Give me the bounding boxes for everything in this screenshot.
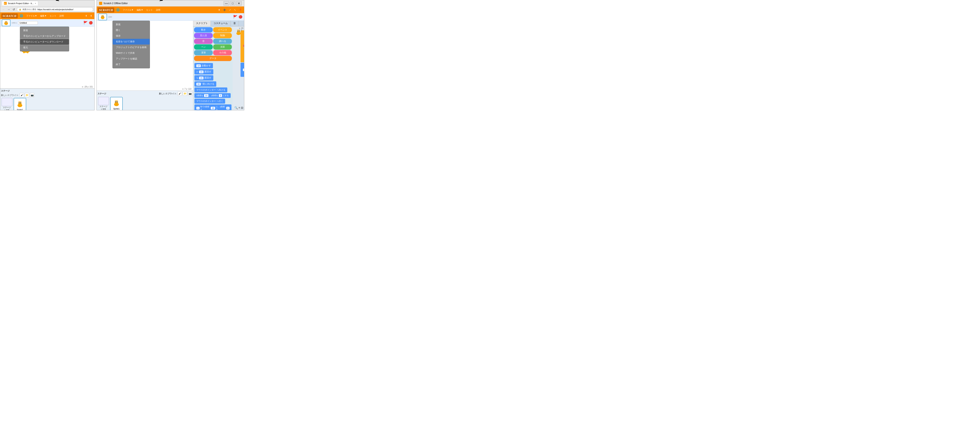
secure-label: 保護された通信 [22, 8, 36, 11]
expand-btn-offline[interactable]: ⤢ [228, 8, 232, 12]
script-motion-block[interactable]: 10 歩動かす [240, 63, 244, 77]
green-flag-icon-small: 🚩 [243, 45, 244, 48]
offline-menu-record[interactable]: プロジェクトのビデオを録画 [113, 44, 150, 50]
cat-events-btn[interactable]: イベント [213, 27, 232, 32]
block-glide-toward[interactable]: マウスのポインター へ行く [194, 99, 225, 103]
edit-menu-web[interactable]: 編集▼ [39, 14, 48, 18]
web-paint-sprite-btn[interactable]: 🖌 [20, 93, 24, 97]
compress-btn-offline[interactable]: ⤡ [233, 8, 237, 12]
back-button[interactable]: ← [2, 7, 6, 12]
offline-sprite-header: ステージ [97, 92, 106, 95]
block-turn-ccw[interactable]: ↪ 15 度回す [194, 75, 213, 81]
sprite-preview-offline [98, 14, 107, 20]
block-glide-xy[interactable]: 1 秒でx座標を 10 に、y座標を 0 [194, 105, 231, 110]
red-stop-web[interactable]: 🔴 [89, 21, 93, 25]
web-menu-restore[interactable]: 復元 [20, 45, 69, 51]
sounds-tab[interactable]: 音 [231, 21, 239, 26]
cat-browse-btn[interactable]: 漢筆 [194, 50, 213, 56]
globe-btn-web[interactable]: 🌐 [19, 14, 24, 18]
web-menubar: SCRATCH 🌐 ファイル▼ 編集▼ ヒント 説明 ⬆ ⬇ [0, 13, 94, 19]
zoom-out-btn[interactable]: ⊡ [241, 106, 243, 109]
block-turn-cw[interactable]: ↩ 15 度回す [194, 69, 213, 75]
tab-close-btn[interactable]: × [35, 2, 36, 5]
upload-btn-offline[interactable]: ⬆ [217, 8, 221, 12]
costumes-tab[interactable]: コスチューム [211, 21, 231, 26]
block-point-toward[interactable]: マウスのポインター へ向ける [194, 87, 228, 92]
offline-upload-sprite-btn[interactable]: 📁 [183, 91, 187, 96]
offline-paint-sprite-btn[interactable]: 🖌 [178, 91, 182, 96]
offline-camera-sprite-btn[interactable]: 📷 [188, 91, 192, 96]
project-name-web[interactable]: Untitled [18, 21, 38, 25]
blocks-tabs: スクリプト コスチューム 音 [193, 21, 244, 26]
svg-point-29 [103, 16, 103, 16]
offline-menu-quit[interactable]: 終了 [113, 62, 150, 67]
offline-sprite1[interactable]: Sprite1 [110, 97, 123, 110]
explain-menu-web[interactable]: 説明 [58, 14, 65, 18]
scripts-tab[interactable]: スクリプト [193, 21, 211, 26]
red-stop-offline[interactable]: 🔴 [239, 15, 242, 19]
globe-btn-offline[interactable]: 🌐 [115, 8, 121, 12]
cat-sound-btn[interactable]: 音 [194, 39, 213, 44]
web-sprite1-label: Sprite1 [17, 109, 23, 110]
offline-stage-label: ステージ [99, 105, 107, 108]
offline-main: SCRATCH 🌐 ファイル▼ 編集▼ ヒント 説明 ⬆ ➕ ⤢ ⤡ ❓ [97, 6, 244, 110]
hint-menu-web[interactable]: ヒント [49, 14, 57, 18]
cat-ops-btn[interactable]: 演算 [213, 44, 232, 50]
svg-point-44 [117, 101, 118, 102]
browser-tab[interactable]: S Scratch Project Editor - lr... × [2, 1, 38, 6]
cat-data-btn[interactable]: データ [194, 56, 232, 61]
tips-menu-offline[interactable]: ヒント [145, 8, 154, 12]
offline-titlebar: Scratch 2 Offline Editor — □ ✕ [97, 0, 244, 6]
block-set-xy[interactable]: x座標を 10 、y座標を 0 にする [194, 93, 231, 98]
offline-menu-save[interactable]: 保存 [113, 33, 150, 39]
web-sprite1[interactable]: Sprite1 [14, 98, 26, 110]
offline-menu-open[interactable]: 開く [113, 27, 150, 33]
explain-menu-offline[interactable]: 説明 [155, 8, 162, 12]
block-point-dir[interactable]: 90 °度に向ける [194, 81, 216, 87]
svg-point-23 [20, 102, 21, 103]
file-menu-offline[interactable]: ファイル▼ [121, 8, 135, 12]
file-menu-web[interactable]: ファイル▼ [25, 14, 38, 18]
svg-point-7 [6, 22, 7, 22]
cat-motion-btn[interactable]: 動き [194, 27, 213, 32]
edit-menu-offline[interactable]: 編集▼ [135, 8, 145, 12]
forward-button[interactable]: → [6, 7, 11, 12]
close-btn[interactable]: ✕ [236, 1, 242, 6]
blocks-list: 10 歩動かす ↩ 15 度回す ↪ 15 [193, 62, 233, 110]
offline-menu-saveas[interactable]: 名前をつけて保存 [113, 39, 150, 44]
cat-control-btn[interactable]: 制御 [213, 33, 232, 38]
web-toolbar: v459.1 Untitled 🚩 🔴 [0, 19, 94, 27]
web-camera-sprite-btn[interactable]: 📷 [30, 93, 34, 97]
offline-menu-update[interactable]: アップデートを確認 [113, 56, 150, 62]
offline-sprite-list: ステージ 1 背景 [97, 97, 192, 110]
minimize-btn[interactable]: — [224, 1, 229, 6]
svg-point-43 [115, 101, 116, 102]
offline-menu-new[interactable]: 新規 [113, 22, 150, 27]
cat-sensing-btn[interactable]: 調べる [213, 39, 232, 44]
restore-btn[interactable]: □ [230, 1, 235, 6]
web-stage-label: ステージ [3, 106, 11, 109]
browser-window: S Scratch Project Editor - lr... × ← → ↺… [0, 0, 95, 110]
cat-pen-btn[interactable]: ペン [194, 44, 213, 50]
help-btn-offline[interactable]: ❓ [238, 8, 243, 12]
svg-point-49 [237, 30, 239, 32]
web-menu-download[interactable]: 手元のコンピューターにダウンロード [20, 39, 69, 45]
download-btn-web[interactable]: ⬇ [89, 14, 93, 18]
block-move[interactable]: 10 歩動かす [194, 63, 213, 68]
cat-more-btn[interactable]: その他 [213, 50, 232, 56]
web-new-sprite-row: 新しいスプライト: 🖌 📁 📷 [1, 93, 34, 97]
offline-menu-share[interactable]: Webサイトで共有 [113, 50, 150, 56]
zoom-in-btn[interactable]: 🔍 [234, 106, 238, 109]
web-menu-upload[interactable]: 手元のコンピューターからアップロード [20, 33, 69, 39]
web-upload-sprite-btn[interactable]: 📁 [25, 93, 29, 97]
cat-looks-btn[interactable]: 見た目 [194, 33, 213, 38]
upload-btn-web[interactable]: ⬆ [84, 14, 88, 18]
refresh-button[interactable]: ↺ [12, 7, 16, 12]
zoom-reset-btn[interactable]: = [239, 106, 240, 109]
green-flag-web[interactable]: 🚩 [83, 21, 88, 25]
offline-title: Scratch 2 Offline Editor [103, 2, 224, 5]
green-flag-offline[interactable]: 🚩 [233, 15, 237, 19]
add-btn-offline[interactable]: ➕ [222, 8, 227, 12]
web-menu-new[interactable]: 新規 [20, 28, 69, 33]
address-bar[interactable]: 🔒 保護された通信 https://scratch.mit.edu/projec… [17, 7, 93, 12]
